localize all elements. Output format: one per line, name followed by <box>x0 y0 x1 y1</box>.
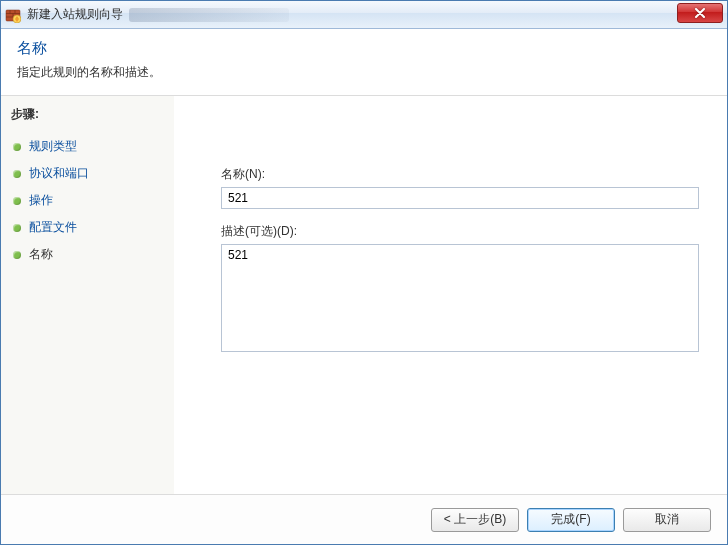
steps-heading: 步骤: <box>11 106 168 123</box>
page-subtitle: 指定此规则的名称和描述。 <box>17 64 711 81</box>
step-name[interactable]: 名称 <box>11 241 168 268</box>
description-label: 描述(可选)(D): <box>221 223 699 240</box>
header-area: 名称 指定此规则的名称和描述。 <box>1 29 727 96</box>
step-rule-type[interactable]: 规则类型 <box>11 133 168 160</box>
step-profile[interactable]: 配置文件 <box>11 214 168 241</box>
step-label: 配置文件 <box>29 219 77 236</box>
bullet-icon <box>13 224 21 232</box>
name-label: 名称(N): <box>221 166 699 183</box>
bullet-icon <box>13 197 21 205</box>
finish-button[interactable]: 完成(F) <box>527 508 615 532</box>
firewall-icon <box>5 7 21 23</box>
window-title: 新建入站规则向导 <box>27 6 123 23</box>
wizard-window: 新建入站规则向导 名称 指定此规则的名称和描述。 步骤: 规则类型 协议和端口 … <box>0 0 728 545</box>
main-panel: 名称(N): 描述(可选)(D): <box>175 96 727 494</box>
sidebar: 步骤: 规则类型 协议和端口 操作 配置文件 名称 <box>1 96 175 494</box>
bullet-icon <box>13 170 21 178</box>
close-button[interactable] <box>677 3 723 23</box>
bullet-icon <box>13 251 21 259</box>
step-label: 操作 <box>29 192 53 209</box>
step-label: 协议和端口 <box>29 165 89 182</box>
body: 步骤: 规则类型 协议和端口 操作 配置文件 名称 名 <box>1 96 727 494</box>
step-label: 规则类型 <box>29 138 77 155</box>
description-input[interactable] <box>221 244 699 352</box>
close-icon <box>694 8 706 18</box>
step-protocol-ports[interactable]: 协议和端口 <box>11 160 168 187</box>
footer: < 上一步(B) 完成(F) 取消 <box>1 494 727 544</box>
bullet-icon <box>13 143 21 151</box>
cancel-button[interactable]: 取消 <box>623 508 711 532</box>
name-input[interactable] <box>221 187 699 209</box>
step-action[interactable]: 操作 <box>11 187 168 214</box>
back-button[interactable]: < 上一步(B) <box>431 508 519 532</box>
titlebar: 新建入站规则向导 <box>1 1 727 29</box>
page-title: 名称 <box>17 39 711 58</box>
step-label: 名称 <box>29 246 53 263</box>
title-ghost <box>129 8 289 22</box>
